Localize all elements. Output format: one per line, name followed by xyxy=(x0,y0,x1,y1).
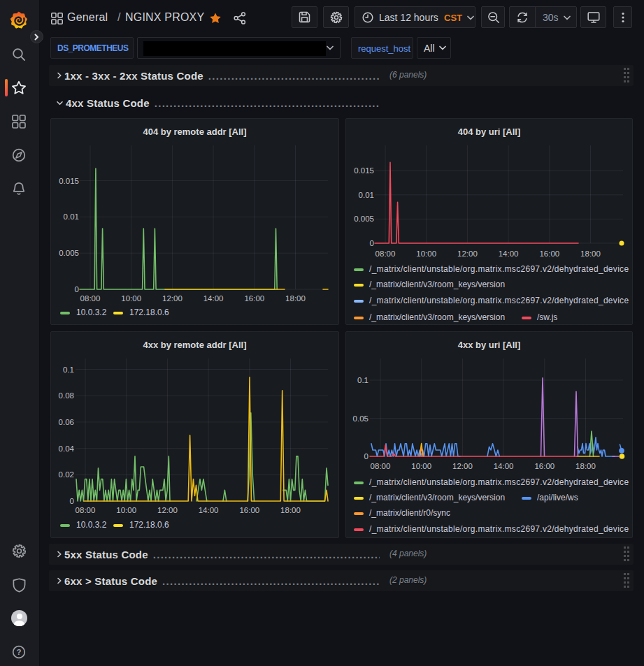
svg-text:10:00: 10:00 xyxy=(121,294,141,303)
svg-text:12:00: 12:00 xyxy=(162,294,183,303)
svg-text:0.015: 0.015 xyxy=(59,177,79,185)
svg-text:16:00: 16:00 xyxy=(534,462,554,470)
svg-text:0.005: 0.005 xyxy=(354,215,374,223)
svg-text:14:00: 14:00 xyxy=(499,249,519,258)
svg-text:12:00: 12:00 xyxy=(157,506,178,514)
svg-text:10:00: 10:00 xyxy=(411,462,431,470)
svg-text:16:00: 16:00 xyxy=(244,294,264,303)
svg-text:18:00: 18:00 xyxy=(280,506,301,514)
svg-text:0.08: 0.08 xyxy=(59,391,74,400)
svg-text:08:00: 08:00 xyxy=(375,249,396,258)
svg-text:0: 0 xyxy=(75,285,79,294)
svg-text:14:00: 14:00 xyxy=(494,462,514,470)
svg-text:10:00: 10:00 xyxy=(116,506,136,514)
svg-text:16:00: 16:00 xyxy=(239,506,259,514)
svg-text:0.015: 0.015 xyxy=(354,166,374,175)
svg-text:0: 0 xyxy=(70,497,74,505)
svg-text:12:00: 12:00 xyxy=(452,462,473,470)
svg-text:0.05: 0.05 xyxy=(353,414,368,423)
svg-text:16:00: 16:00 xyxy=(539,249,559,258)
svg-text:08:00: 08:00 xyxy=(371,462,391,470)
svg-text:0.06: 0.06 xyxy=(59,418,74,426)
svg-text:08:00: 08:00 xyxy=(76,506,96,514)
svg-text:10:00: 10:00 xyxy=(416,249,436,258)
svg-text:0.02: 0.02 xyxy=(59,470,74,479)
svg-text:0.01: 0.01 xyxy=(64,212,79,221)
svg-text:14:00: 14:00 xyxy=(199,506,219,514)
svg-text:0: 0 xyxy=(364,452,368,461)
svg-text:0.1: 0.1 xyxy=(357,376,368,384)
svg-text:18:00: 18:00 xyxy=(580,249,601,258)
svg-text:0.04: 0.04 xyxy=(59,444,75,453)
svg-text:18:00: 18:00 xyxy=(285,294,306,303)
svg-text:14:00: 14:00 xyxy=(203,294,224,303)
svg-text:0.01: 0.01 xyxy=(359,191,374,199)
svg-text:08:00: 08:00 xyxy=(80,294,101,303)
svg-text:0.005: 0.005 xyxy=(59,249,79,257)
svg-text:18:00: 18:00 xyxy=(575,462,596,470)
svg-text:0.1: 0.1 xyxy=(63,365,74,374)
svg-text:0: 0 xyxy=(370,239,374,247)
svg-text:?: ? xyxy=(16,648,21,656)
svg-text:12:00: 12:00 xyxy=(457,249,478,258)
